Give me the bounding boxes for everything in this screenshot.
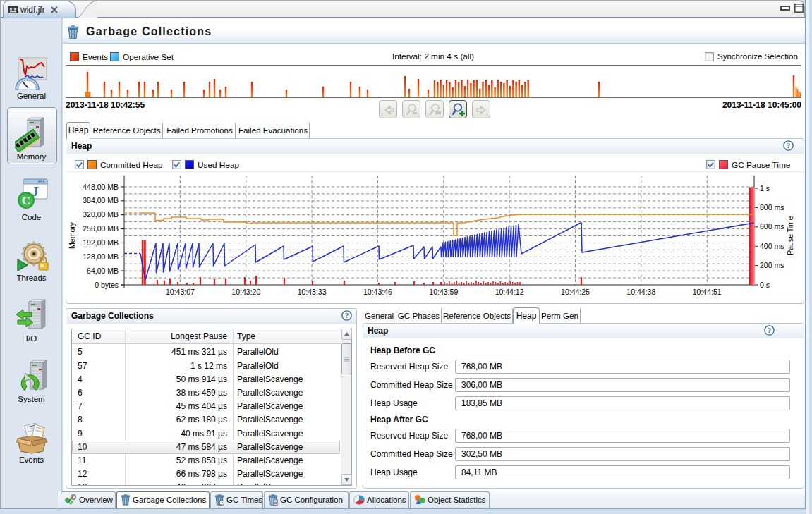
svg-text:200 ms: 200 ms	[760, 261, 784, 269]
svg-text:320,00 MB: 320,00 MB	[83, 210, 119, 219]
svg-text:128,00 MB: 128,00 MB	[83, 252, 119, 261]
svg-text:Memory: Memory	[68, 221, 76, 249]
svg-text:10:44:12: 10:44:12	[495, 288, 524, 296]
svg-text:64,00 MB: 64,00 MB	[87, 267, 119, 275]
svg-text:?: ?	[768, 326, 771, 334]
svg-text:1 s: 1 s	[760, 184, 770, 192]
svg-text:10:44:38: 10:44:38	[626, 288, 655, 296]
svg-text:10:43:46: 10:43:46	[363, 288, 392, 296]
svg-text:10:43:59: 10:43:59	[429, 288, 458, 296]
svg-text:?: ?	[787, 142, 790, 149]
svg-text:192,00 MB: 192,00 MB	[83, 238, 119, 247]
svg-text:Pause Time: Pause Time	[786, 216, 794, 255]
svg-text:10:43:20: 10:43:20	[231, 288, 260, 296]
svg-text:10:44:51: 10:44:51	[693, 288, 722, 296]
svg-text:10:44:25: 10:44:25	[561, 288, 590, 296]
svg-text:800 ms: 800 ms	[760, 203, 784, 212]
svg-text:600 ms: 600 ms	[760, 222, 784, 231]
svg-text:C: C	[22, 194, 30, 207]
svg-text:10:43:07: 10:43:07	[166, 288, 195, 296]
svg-text:10:43:33: 10:43:33	[298, 288, 327, 296]
svg-text:384,00 MB: 384,00 MB	[83, 196, 119, 204]
svg-text:0 s: 0 s	[760, 281, 770, 289]
svg-text:256,00 MB: 256,00 MB	[83, 224, 119, 233]
svg-text:?: ?	[345, 312, 349, 319]
svg-text:400 ms: 400 ms	[760, 242, 784, 250]
svg-text:448,00 MB: 448,00 MB	[83, 183, 119, 191]
svg-text:0 bytes: 0 bytes	[95, 281, 119, 289]
